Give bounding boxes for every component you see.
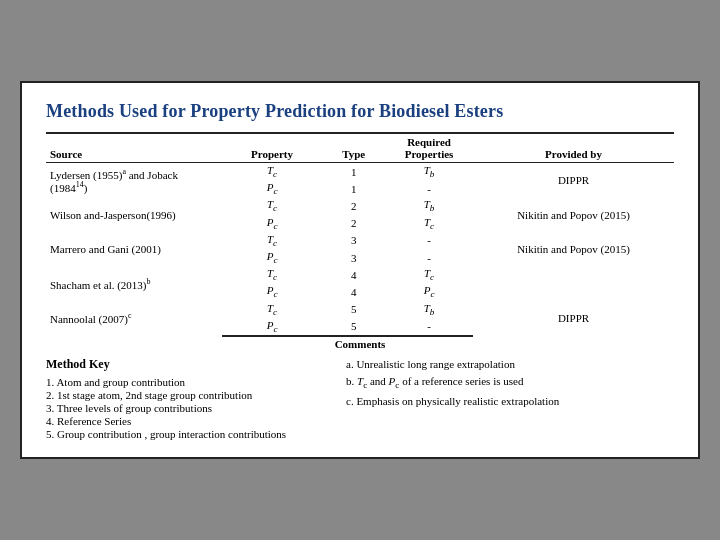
required-cell: -: [385, 180, 473, 197]
col-provided: Provided by: [473, 133, 674, 163]
type-cell: 2: [322, 197, 385, 214]
type-cell: 4: [322, 283, 385, 300]
col-type: Type: [322, 133, 385, 163]
property-cell: Pc: [222, 249, 322, 266]
comments-list: a. Unrealistic long range extrapolationb…: [346, 357, 674, 441]
required-cell: Tb: [385, 301, 473, 318]
bottom-section: Method Key 1. Atom and group contributio…: [46, 357, 674, 441]
method-list: 1. Atom and group contribution2. 1st sta…: [46, 376, 336, 440]
property-cell: Pc: [222, 180, 322, 197]
property-cell: Tc: [222, 266, 322, 283]
comment-item: a. Unrealistic long range extrapolation: [346, 357, 674, 372]
provided-cell: DIPPR: [473, 163, 674, 198]
table-row: Marrero and Gani (2001): [46, 232, 222, 266]
property-cell: Pc: [222, 283, 322, 300]
slide-title: Methods Used for Property Prediction for…: [46, 101, 674, 122]
type-cell: 1: [322, 163, 385, 181]
comment-item: c. Emphasis on physically realistic extr…: [346, 394, 674, 409]
table-row: Wilson and-Jasperson(1996): [46, 197, 222, 231]
provided-cell: [473, 266, 674, 300]
type-cell: 3: [322, 249, 385, 266]
property-cell: Pc: [222, 318, 322, 336]
required-cell: Tc: [385, 266, 473, 283]
type-cell: 5: [322, 318, 385, 336]
type-cell: 2: [322, 215, 385, 232]
method-key-title: Method Key: [46, 357, 336, 372]
required-cell: -: [385, 232, 473, 249]
type-cell: 3: [322, 232, 385, 249]
method-list-item: 1. Atom and group contribution: [46, 376, 336, 388]
method-list-item: 3. Three levels of group contributions: [46, 402, 336, 414]
method-list-item: 2. 1st stage atom, 2nd stage group contr…: [46, 389, 336, 401]
property-cell: Tc: [222, 301, 322, 318]
method-list-item: 4. Reference Series: [46, 415, 336, 427]
required-cell: Tc: [385, 215, 473, 232]
comments-header: Comments: [46, 336, 674, 351]
required-cell: -: [385, 318, 473, 336]
required-cell: Tb: [385, 163, 473, 181]
table-row: Lydersen (1955)a and Joback (198414): [46, 163, 222, 198]
provided-cell: DIPPR: [473, 301, 674, 336]
main-table: Source Property Type Required Properties…: [46, 132, 674, 351]
property-cell: Tc: [222, 163, 322, 181]
comment-item: b. Tc and Pc of a reference series is us…: [346, 374, 674, 392]
property-cell: Tc: [222, 232, 322, 249]
method-key: Method Key 1. Atom and group contributio…: [46, 357, 336, 441]
required-cell: -: [385, 249, 473, 266]
required-cell: Tb: [385, 197, 473, 214]
type-cell: 5: [322, 301, 385, 318]
type-cell: 1: [322, 180, 385, 197]
col-required: Required Properties: [385, 133, 473, 163]
table-row: Nannoolal (2007)c: [46, 301, 222, 336]
type-cell: 4: [322, 266, 385, 283]
table-row: Shacham et al. (2013)b: [46, 266, 222, 300]
col-source: Source: [46, 133, 222, 163]
slide-container: Methods Used for Property Prediction for…: [20, 81, 700, 459]
provided-cell: Nikitin and Popov (2015): [473, 232, 674, 266]
property-cell: Tc: [222, 197, 322, 214]
col-property: Property: [222, 133, 322, 163]
required-cell: Pc: [385, 283, 473, 300]
property-cell: Pc: [222, 215, 322, 232]
provided-cell: Nikitin and Popov (2015): [473, 197, 674, 231]
method-list-item: 5. Group contribution , group interactio…: [46, 428, 336, 440]
